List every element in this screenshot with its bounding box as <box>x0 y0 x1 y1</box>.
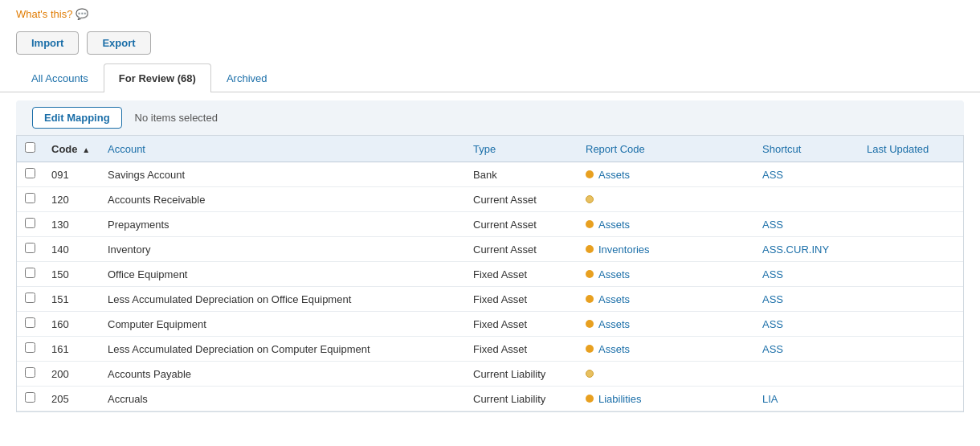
mapping-toolbar: Edit Mapping No items selected <box>16 100 964 136</box>
row-type: Current Liability <box>465 387 578 411</box>
row-checkbox[interactable] <box>25 317 35 328</box>
edit-mapping-button[interactable]: Edit Mapping <box>32 107 122 129</box>
select-all-header[interactable] <box>17 136 43 162</box>
row-code: 161 <box>43 337 100 362</box>
row-code: 205 <box>43 387 100 411</box>
shortcut-link[interactable]: ASS <box>762 343 783 355</box>
table-row: 130PrepaymentsCurrent AssetAssetsASS <box>17 212 963 237</box>
row-code: 120 <box>43 187 100 212</box>
report-code-link[interactable]: Assets <box>598 268 630 280</box>
row-type: Current Asset <box>465 237 578 262</box>
row-checkbox[interactable] <box>25 243 35 253</box>
row-report-code[interactable]: Inventories <box>578 237 754 262</box>
table-row: 150Office EquipmentFixed AssetAssetsASS <box>17 262 963 287</box>
report-code-link[interactable]: Assets <box>598 169 630 181</box>
report-code-link[interactable]: Assets <box>598 219 630 231</box>
button-bar: Import Export <box>0 25 980 63</box>
col-header-shortcut[interactable]: Shortcut <box>754 136 859 162</box>
report-code-link[interactable]: Inventories <box>598 243 650 256</box>
report-code-dot-icon <box>586 295 594 303</box>
row-report-code[interactable]: Assets <box>578 337 754 362</box>
tab-for-review[interactable]: For Review (68) <box>104 63 211 92</box>
row-code: 150 <box>43 262 100 287</box>
report-code-link[interactable]: Assets <box>598 318 630 330</box>
row-shortcut: ASS <box>754 262 859 287</box>
row-shortcut: LIA <box>754 387 859 411</box>
row-last-updated <box>859 287 963 312</box>
tab-archived[interactable]: Archived <box>211 63 283 92</box>
shortcut-link[interactable]: ASS <box>762 219 783 231</box>
row-checkbox-cell[interactable] <box>17 212 43 237</box>
import-button[interactable]: Import <box>16 31 79 55</box>
row-type: Fixed Asset <box>465 262 578 287</box>
report-code-dot-icon <box>586 270 594 278</box>
col-header-type[interactable]: Type <box>465 136 578 162</box>
col-header-code[interactable]: Code ▲ <box>43 136 100 162</box>
export-button[interactable]: Export <box>87 31 150 55</box>
row-checkbox[interactable] <box>25 367 35 378</box>
row-shortcut: ASS <box>754 287 859 312</box>
row-checkbox-cell[interactable] <box>17 237 43 262</box>
row-checkbox[interactable] <box>25 218 35 228</box>
row-checkbox-cell[interactable] <box>17 362 43 387</box>
report-code-dot-icon <box>586 220 594 228</box>
row-report-code[interactable]: Assets <box>578 262 754 287</box>
shortcut-link[interactable]: ASS.CUR.INY <box>762 243 829 256</box>
row-checkbox[interactable] <box>25 342 35 353</box>
row-code: 130 <box>43 212 100 237</box>
col-header-report-code[interactable]: Report Code <box>578 136 754 162</box>
row-last-updated <box>859 212 963 237</box>
row-checkbox[interactable] <box>25 392 35 403</box>
shortcut-link[interactable]: LIA <box>762 393 778 405</box>
col-header-account[interactable]: Account <box>100 136 465 162</box>
row-report-code[interactable]: Liabilities <box>578 387 754 411</box>
report-code-link[interactable]: Assets <box>598 293 630 305</box>
report-code-dot-icon <box>586 345 594 353</box>
row-report-code[interactable]: Assets <box>578 212 754 237</box>
row-last-updated <box>859 237 963 262</box>
row-account: Accruals <box>100 387 465 411</box>
report-code-dot-icon <box>586 245 594 253</box>
shortcut-link[interactable]: ASS <box>762 268 783 280</box>
row-shortcut: ASS.CUR.INY <box>754 237 859 262</box>
row-checkbox[interactable] <box>25 193 35 203</box>
row-shortcut: ASS <box>754 162 859 187</box>
row-last-updated <box>859 312 963 337</box>
row-report-code[interactable]: Assets <box>578 287 754 312</box>
row-type: Bank <box>465 162 578 187</box>
shortcut-link[interactable]: ASS <box>762 318 783 330</box>
row-checkbox[interactable] <box>25 268 35 278</box>
row-report-code[interactable]: Assets <box>578 162 754 187</box>
row-last-updated <box>859 187 963 212</box>
tabs-bar: All Accounts For Review (68) Archived <box>0 63 980 92</box>
row-type: Fixed Asset <box>465 287 578 312</box>
tab-all-accounts[interactable]: All Accounts <box>16 63 104 92</box>
whats-this-link[interactable]: What's this? 💬 <box>16 8 88 20</box>
selection-status: No items selected <box>135 112 218 124</box>
report-code-link[interactable]: Liabilities <box>598 393 641 405</box>
row-account: Inventory <box>100 237 465 262</box>
row-checkbox-cell[interactable] <box>17 187 43 212</box>
shortcut-link[interactable]: ASS <box>762 169 783 181</box>
shortcut-link[interactable]: ASS <box>762 293 783 305</box>
col-header-last-updated[interactable]: Last Updated <box>859 136 963 162</box>
table-row: 151Less Accumulated Depreciation on Offi… <box>17 287 963 312</box>
row-checkbox-cell[interactable] <box>17 287 43 312</box>
row-report-code <box>578 187 754 212</box>
row-checkbox[interactable] <box>25 168 35 178</box>
row-checkbox-cell[interactable] <box>17 262 43 287</box>
table-row: 140InventoryCurrent AssetInventoriesASS.… <box>17 237 963 262</box>
row-report-code[interactable]: Assets <box>578 312 754 337</box>
row-checkbox-cell[interactable] <box>17 387 43 411</box>
row-checkbox-cell[interactable] <box>17 162 43 187</box>
table-row: 200Accounts PayableCurrent Liability <box>17 362 963 387</box>
row-report-code <box>578 362 754 387</box>
row-checkbox[interactable] <box>25 293 35 303</box>
select-all-checkbox[interactable] <box>25 142 35 153</box>
table-row: 161Less Accumulated Depreciation on Comp… <box>17 337 963 362</box>
row-shortcut <box>754 187 859 212</box>
report-code-dot-icon <box>586 195 594 203</box>
row-checkbox-cell[interactable] <box>17 337 43 362</box>
report-code-link[interactable]: Assets <box>598 343 630 355</box>
row-checkbox-cell[interactable] <box>17 312 43 337</box>
